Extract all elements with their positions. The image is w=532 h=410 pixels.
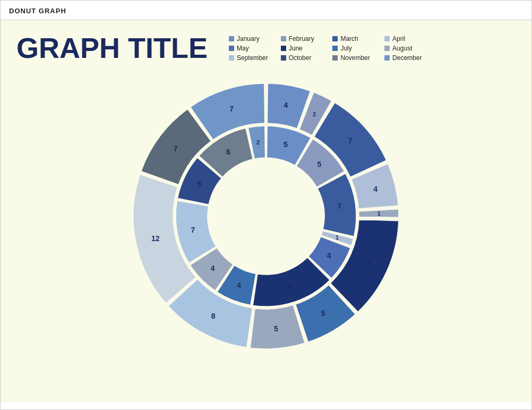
chart-area: 4274195581277557149447562 bbox=[16, 73, 516, 360]
segment-label: 4 bbox=[211, 264, 215, 272]
legend-item: July bbox=[332, 45, 372, 52]
segment-label: 4 bbox=[373, 185, 377, 193]
segment-label: 7 bbox=[191, 226, 195, 234]
segment-label: 1 bbox=[377, 210, 380, 217]
legend-swatch bbox=[229, 46, 234, 51]
legend-item: February bbox=[281, 35, 320, 42]
legend-item: May bbox=[229, 45, 268, 52]
segment-label: 7 bbox=[348, 136, 352, 145]
segment-label: 7 bbox=[338, 202, 342, 210]
donut-center bbox=[209, 159, 323, 274]
segment-label: 5 bbox=[284, 140, 288, 149]
segment-label: 6 bbox=[226, 148, 230, 156]
legend-item: September bbox=[229, 54, 268, 62]
legend-swatch bbox=[384, 55, 390, 61]
card: DONUT GRAPH GRAPH TITLE JanuaryFebruaryM… bbox=[0, 0, 532, 410]
top-section: GRAPH TITLE JanuaryFebruaryMarchAprilMay… bbox=[16, 31, 516, 62]
legend-item: December bbox=[384, 54, 424, 62]
segment-label: 9 bbox=[367, 258, 371, 267]
graph-title: GRAPH TITLE bbox=[16, 33, 208, 62]
legend-item: June bbox=[281, 45, 320, 52]
segment-label: 2 bbox=[256, 139, 260, 146]
segment-label: 8 bbox=[211, 312, 216, 320]
segment-label: 9 bbox=[287, 283, 291, 291]
segment-label: 4 bbox=[327, 251, 331, 260]
legend-swatch bbox=[229, 36, 234, 41]
segment-label: 5 bbox=[274, 324, 278, 333]
segment-label: 12 bbox=[151, 234, 160, 243]
legend-item: January bbox=[229, 35, 268, 42]
segment-label: 7 bbox=[229, 105, 234, 113]
legend-swatch bbox=[281, 46, 286, 51]
page-title: DONUT GRAPH bbox=[9, 7, 66, 15]
card-body: GRAPH TITLE JanuaryFebruaryMarchAprilMay… bbox=[1, 20, 531, 403]
segment-label: 1 bbox=[336, 234, 339, 241]
segment-label: 5 bbox=[197, 180, 201, 188]
legend-swatch bbox=[229, 55, 234, 61]
segment-label: 7 bbox=[174, 144, 178, 153]
legend-swatch bbox=[332, 36, 338, 41]
legend-swatch bbox=[332, 55, 338, 61]
legend-item: April bbox=[384, 35, 424, 42]
legend-item: October bbox=[281, 54, 320, 62]
legend-item: November bbox=[332, 54, 372, 62]
legend-item: March bbox=[332, 35, 372, 42]
segment-label: 4 bbox=[284, 101, 288, 109]
legend-swatch bbox=[384, 36, 390, 41]
segment-label: 5 bbox=[321, 309, 325, 318]
segment-label: 5 bbox=[317, 160, 321, 168]
legend-swatch bbox=[332, 46, 338, 51]
legend-item: August bbox=[384, 45, 424, 52]
legend: JanuaryFebruaryMarchAprilMayJuneJulyAugu… bbox=[229, 35, 424, 62]
legend-swatch bbox=[281, 55, 286, 61]
card-header: DONUT GRAPH bbox=[1, 1, 531, 20]
legend-swatch bbox=[281, 36, 286, 41]
segment-label: 4 bbox=[237, 281, 241, 289]
segment-label: 2 bbox=[313, 111, 316, 117]
legend-swatch bbox=[384, 46, 390, 51]
